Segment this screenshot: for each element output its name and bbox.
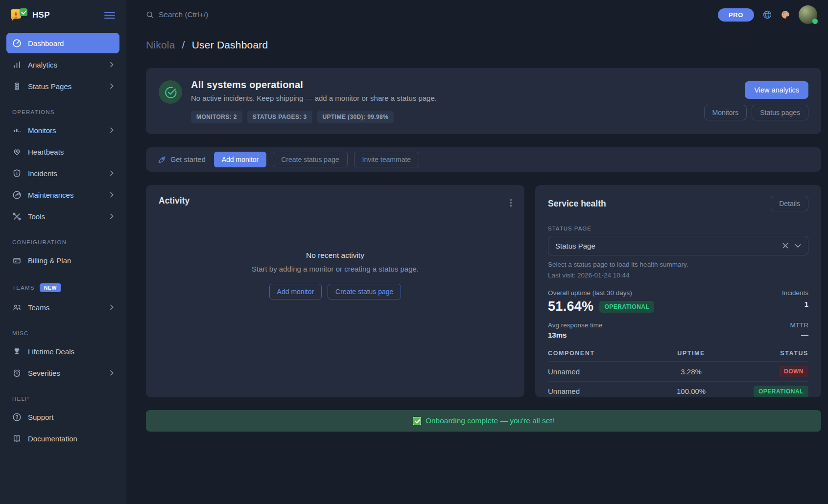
sidebar-item-billing[interactable]: Billing & Plan — [6, 250, 119, 271]
sidebar-item-severities[interactable]: Severities — [6, 363, 119, 383]
chevron-down-icon[interactable] — [795, 244, 801, 248]
monitors-button[interactable]: Monitors — [704, 105, 747, 120]
component-name: Unnamed — [548, 367, 652, 376]
kebab-menu-icon[interactable] — [508, 196, 514, 210]
empty-add-monitor-button[interactable]: Add monitor — [269, 284, 322, 299]
onboarding-banner: Onboarding complete — you're all set! — [146, 410, 821, 432]
search-input[interactable] — [159, 10, 306, 19]
onboarding-banner-text: Onboarding complete — you're all set! — [426, 416, 554, 425]
chevron-right-icon — [110, 192, 114, 198]
traffic-light-icon — [12, 82, 22, 91]
sidebar-item-support[interactable]: Support — [6, 407, 119, 427]
credit-card-icon — [12, 256, 22, 265]
bar-chart-icon — [12, 60, 22, 69]
sidebar-item-label: Support — [28, 413, 114, 421]
table-row[interactable]: Unnamed 100.00% OPERATIONAL — [548, 381, 808, 401]
mttr-label: MTTR — [790, 321, 809, 329]
users-icon — [12, 303, 22, 312]
get-started-label-group: Get started — [158, 156, 206, 164]
sidebar-item-maintenances[interactable]: Maintenances — [6, 184, 119, 205]
sidebar-item-analytics[interactable]: Analytics — [6, 54, 119, 75]
get-started-bar: Get started Add monitor Create status pa… — [146, 147, 821, 172]
rocket-icon — [158, 156, 166, 164]
status-pages-button[interactable]: Status pages — [752, 105, 808, 120]
uptime-badge: UPTIME (30D): 99.98% — [317, 111, 394, 123]
topbar: PRO — [126, 0, 828, 29]
select-helper-text: Select a status page to load its health … — [548, 261, 808, 268]
user-avatar[interactable] — [799, 5, 817, 24]
col-component: COMPONENT — [548, 350, 652, 357]
status-page-select[interactable]: Status Page — [548, 236, 808, 255]
sidebar-item-heartbeats[interactable]: Heartbeats — [6, 141, 119, 162]
chevron-right-icon — [110, 170, 114, 176]
sidebar-item-label: Teams — [28, 303, 110, 312]
chevron-right-icon — [110, 127, 114, 133]
sidebar-item-incidents[interactable]: Incidents — [6, 163, 119, 183]
col-status: STATUS — [730, 350, 808, 357]
sidebar-item-label: Status Pages — [28, 82, 110, 91]
globe-icon[interactable] — [762, 10, 772, 20]
content: Nikola / User Dashboard All systems oper… — [126, 29, 828, 504]
details-button[interactable]: Details — [771, 196, 808, 211]
search[interactable] — [146, 10, 718, 19]
chevron-right-icon — [110, 213, 114, 219]
empty-state-subtitle: Start by adding a monitor or creating a … — [159, 265, 512, 273]
sidebar-item-teams[interactable]: Teams — [6, 297, 119, 318]
table-row[interactable]: Unnamed 3.28% DOWN — [548, 361, 808, 381]
chevron-right-icon — [110, 62, 114, 68]
component-name: Unnamed — [548, 387, 652, 395]
app-logo-icon — [11, 8, 27, 22]
book-icon — [12, 434, 22, 443]
maintenance-wrench-icon — [12, 190, 22, 200]
logo-row: HSP — [0, 0, 126, 29]
status-page-selected-value: Status Page — [555, 242, 782, 250]
hero-title: All systems operational — [191, 79, 437, 91]
get-started-label: Get started — [170, 156, 206, 163]
new-badge: NEW — [40, 283, 61, 292]
sidebar-item-status-pages[interactable]: Status Pages — [6, 76, 119, 96]
monitor-bars-icon — [12, 126, 22, 135]
empty-create-status-page-button[interactable]: Create status page — [328, 284, 401, 299]
sidebar: HSP Dashboard Analytics Status Pages — [0, 0, 126, 504]
monitors-count-badge: MONITORS: 2 — [191, 111, 242, 123]
chevron-right-icon — [110, 304, 114, 310]
view-analytics-button[interactable]: View analytics — [745, 81, 808, 99]
activity-empty-state: No recent activity Start by adding a mon… — [159, 251, 512, 299]
component-uptime: 100.00% — [652, 387, 731, 395]
sidebar-item-monitors[interactable]: Monitors — [6, 120, 119, 140]
sidebar-nav: Dashboard Analytics Status Pages OPERATI… — [0, 29, 126, 449]
sidebar-item-documentation[interactable]: Documentation — [6, 428, 119, 449]
uptime-status-badge: OPERATIONAL — [599, 301, 654, 313]
last-visit-text: Last visit: 2026-01-24 10:44 — [548, 272, 808, 279]
add-monitor-button[interactable]: Add monitor — [214, 152, 266, 167]
heartbeat-icon — [12, 147, 22, 157]
status-hero-card: All systems operational No active incide… — [146, 68, 821, 134]
avg-response-value: 13ms — [548, 331, 603, 339]
service-health-title: Service health — [548, 199, 606, 209]
check-box-icon — [413, 417, 421, 425]
hero-badges: MONITORS: 2 STATUS PAGES: 3 UPTIME (30D)… — [191, 111, 437, 123]
section-label: TEAMS — [12, 285, 35, 291]
sidebar-item-label: Lifetime Deals — [28, 347, 114, 356]
sidebar-item-label: Heartbeats — [28, 148, 114, 156]
sidebar-item-lifetime-deals[interactable]: Lifetime Deals — [6, 341, 119, 362]
status-badge: DOWN — [779, 366, 808, 377]
sidebar-item-label: Analytics — [28, 61, 110, 69]
invite-teammate-button[interactable]: Invite teammate — [354, 152, 420, 167]
sidebar-section-misc: MISC — [12, 330, 114, 336]
palette-icon[interactable] — [781, 10, 790, 20]
sidebar-item-label: Monitors — [28, 126, 110, 135]
sidebar-item-tools[interactable]: Tools — [6, 206, 119, 227]
hamburger-menu-icon[interactable] — [104, 8, 115, 22]
sidebar-section-configuration: CONFIGURATION — [12, 239, 114, 245]
create-status-page-button[interactable]: Create status page — [273, 152, 347, 167]
pro-badge[interactable]: PRO — [718, 8, 754, 22]
uptime-value: 51.64% — [548, 299, 593, 314]
breadcrumb-separator: / — [182, 39, 185, 50]
col-uptime: UPTIME — [652, 350, 731, 357]
service-health-card: Service health Details STATUS PAGE Statu… — [535, 185, 821, 397]
sidebar-item-dashboard[interactable]: Dashboard — [6, 33, 119, 53]
breadcrumb-parent[interactable]: Nikola — [146, 39, 175, 50]
clear-selection-icon[interactable] — [782, 243, 788, 249]
check-square-icon — [20, 8, 27, 16]
